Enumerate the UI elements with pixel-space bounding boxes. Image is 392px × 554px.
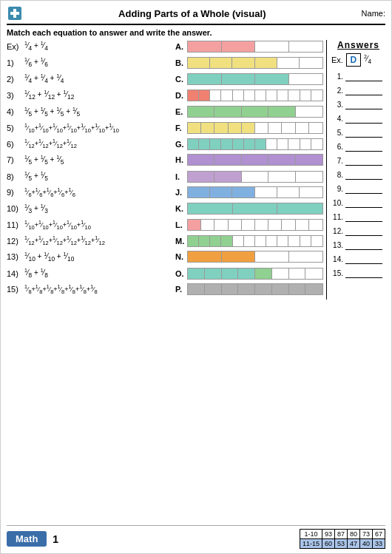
answer-line-4: 4. (331, 113, 385, 124)
example-label: Ex) (7, 42, 21, 51)
row-11: 11) 1⁄10+1⁄10+1⁄10+1⁄10+1⁄10 L. (7, 219, 323, 232)
answer-line-1: 1. (331, 71, 385, 81)
svg-rect-2 (10, 12, 19, 15)
header-left (7, 5, 23, 21)
row-6: 6) 1⁄12+1⁄12+1⁄12+1⁄12 G. (7, 138, 323, 150)
answer-line-8: 8. (331, 169, 385, 180)
answer-line-11: 11. (331, 212, 385, 222)
bar-h: H. (175, 154, 323, 166)
answers-column: Answers Ex. D 2⁄4 1. 2. 3. (326, 40, 385, 300)
instructions: Match each equation to answer and write … (7, 28, 385, 37)
answer-line-7: 7. (331, 155, 385, 166)
example-row: Ex) 1⁄4 + 1⁄4 A. (7, 40, 323, 53)
answer-line-12: 12. (331, 226, 385, 236)
bar-o: O. (175, 268, 323, 280)
bar-e: E. (175, 106, 323, 118)
name-label: Name: (362, 9, 385, 18)
bar-c: C. (175, 73, 323, 85)
bar-p: P. (175, 283, 323, 295)
footer: Math 1 1-10 93 87 80 73 67 11-15 60 53 4… (7, 525, 385, 549)
bar-a: A. (175, 41, 323, 53)
bar-f: F. (175, 122, 323, 134)
bar-i: I. (175, 171, 323, 183)
row-4: 4) 1⁄5 + 1⁄5 + 1⁄5 + 1⁄5 E. (7, 106, 323, 118)
page-title: Adding Parts of a Whole (visual) (23, 8, 362, 19)
answer-line-13: 13. (331, 240, 385, 250)
answer-line-14: 14. (331, 254, 385, 264)
bar-b: B. (175, 57, 323, 69)
bar-m: M. (175, 235, 323, 247)
answer-line-10: 10. (331, 197, 385, 208)
bar-l: L. (175, 219, 323, 231)
answer-line-6: 6. (331, 141, 385, 152)
answer-line-2: 2. (331, 85, 385, 95)
bar-j: J. (175, 186, 323, 198)
row-5: 5) 1⁄10+1⁄10+1⁄10+1⁄10+1⁄10+1⁄10+1⁄10 F. (7, 122, 323, 135)
answers-header: Answers (331, 40, 385, 50)
row-9: 9) 1⁄6+1⁄6+1⁄6+1⁄6+1⁄6 J. (7, 186, 323, 199)
row-14: 14) 1⁄8 + 1⁄8 O. (7, 267, 323, 280)
bar-g: G. (175, 138, 323, 150)
row-12: 12) 1⁄12+1⁄12+1⁄12+1⁄12+1⁄12+1⁄12 M. (7, 234, 323, 247)
bar-n: N. (175, 251, 323, 263)
row-13: 13) 1⁄10 + 1⁄10 + 1⁄10 N. (7, 251, 323, 263)
plus-icon (7, 5, 23, 21)
row-10: 10) 1⁄3 + 1⁄3 K. (7, 203, 323, 215)
row-8: 8) 1⁄5 + 1⁄5 I. (7, 170, 323, 183)
header: Adding Parts of a Whole (visual) Name: (7, 5, 385, 25)
row-2: 2) 1⁄4 + 1⁄4 + 1⁄4 C. (7, 72, 323, 85)
answer-d-box: D (346, 53, 361, 67)
row-15: 15) 1⁄8+1⁄8+1⁄8+1⁄8+1⁄8+1⁄8+1⁄8 P. (7, 283, 323, 296)
score-table: 1-10 93 87 80 73 67 11-15 60 53 47 40 33 (300, 529, 385, 549)
worksheet-page: Adding Parts of a Whole (visual) Name: M… (0, 0, 392, 554)
row-1: 1) 1⁄6 + 1⁄6 B. (7, 56, 323, 69)
math-badge: Math (7, 531, 47, 547)
row-3: 3) 1⁄12 + 1⁄12 + 1⁄12 D. (7, 89, 323, 101)
answer-example: Ex. D 2⁄4 (331, 53, 385, 67)
answer-line-15: 15. (331, 268, 385, 278)
problems-column: Ex) 1⁄4 + 1⁄4 A. 1) 1⁄6 + 1⁄6 (7, 40, 323, 300)
row-7: 7) 1⁄5 + 1⁄5 + 1⁄5 H. (7, 154, 323, 166)
main-content: Ex) 1⁄4 + 1⁄4 A. 1) 1⁄6 + 1⁄6 (7, 40, 385, 300)
bar-d: D. (175, 89, 323, 101)
bar-k: K. (175, 203, 323, 214)
page-number: 1 (53, 533, 58, 545)
example-equation: 1⁄4 + 1⁄4 (24, 40, 172, 53)
answer-line-3: 3. (331, 99, 385, 109)
answer-line-5: 5. (331, 127, 385, 138)
answer-line-9: 9. (331, 183, 385, 194)
